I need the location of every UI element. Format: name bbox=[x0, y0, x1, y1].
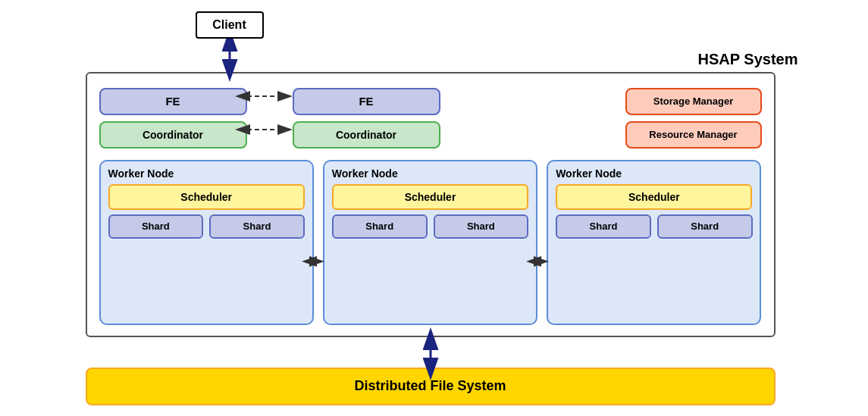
top-section: FE Coordinator FE Coordinator bbox=[99, 84, 762, 152]
storage-manager-box: Storage Manager bbox=[625, 88, 762, 115]
shard-label-1a: Shard bbox=[142, 221, 170, 232]
resource-manager-label: Resource Manager bbox=[649, 129, 737, 140]
shard-box-1a: Shard bbox=[108, 214, 204, 239]
shard-label-2a: Shard bbox=[365, 221, 393, 232]
shard-box-2a: Shard bbox=[332, 214, 428, 239]
client-label: Client bbox=[212, 18, 246, 32]
diagram-container: Client HSAP System FE Coordinator bbox=[55, 11, 813, 405]
scheduler-box-2: Scheduler bbox=[332, 184, 528, 210]
scheduler-label-2: Scheduler bbox=[405, 191, 456, 203]
storage-manager-label: Storage Manager bbox=[653, 95, 733, 107]
worker-node-label-2: Worker Node bbox=[332, 167, 528, 180]
worker-node-3: Worker Node Scheduler Shard Shard bbox=[547, 160, 761, 325]
shard-box-2b: Shard bbox=[434, 214, 529, 239]
shard-box-3a: Shard bbox=[556, 214, 651, 239]
worker-node-1: Worker Node Scheduler Shard Shard bbox=[99, 160, 314, 325]
shard-box-3b: Shard bbox=[657, 214, 753, 239]
shard-label-2b: Shard bbox=[467, 221, 495, 232]
dfs-label: Distributed File System bbox=[354, 378, 506, 394]
scheduler-box-3: Scheduler bbox=[556, 184, 752, 210]
scheduler-box-1: Scheduler bbox=[108, 184, 305, 210]
client-box: Client bbox=[196, 11, 264, 39]
worker-node-2: Worker Node Scheduler Shard Shard bbox=[323, 160, 537, 325]
coordinator-box-center: Coordinator bbox=[293, 121, 440, 149]
worker-node-label-1: Worker Node bbox=[108, 167, 305, 180]
shard-box-1b: Shard bbox=[209, 214, 305, 239]
center-column: FE Coordinator bbox=[293, 88, 440, 149]
dfs-box: Distributed File System bbox=[86, 368, 776, 405]
fe-label-center: FE bbox=[359, 95, 373, 108]
shard-label-1b: Shard bbox=[243, 221, 271, 232]
shard-label-3a: Shard bbox=[590, 221, 618, 232]
left-column: FE Coordinator bbox=[99, 88, 247, 149]
resource-manager-box: Resource Manager bbox=[625, 121, 762, 149]
shards-row-1: Shard Shard bbox=[108, 214, 305, 239]
manager-column: Storage Manager Resource Manager bbox=[625, 88, 762, 149]
main-system-box: FE Coordinator FE Coordinator bbox=[86, 72, 776, 337]
workers-row: Worker Node Scheduler Shard Shard bbox=[99, 160, 762, 325]
worker-node-label-3: Worker Node bbox=[556, 167, 752, 180]
hsap-system-label: HSAP System bbox=[698, 51, 798, 68]
shard-label-3b: Shard bbox=[691, 221, 719, 232]
shards-row-2: Shard Shard bbox=[332, 214, 528, 239]
fe-box-left: FE bbox=[99, 88, 247, 115]
coordinator-label-center: Coordinator bbox=[336, 129, 396, 141]
fe-label-left: FE bbox=[165, 95, 180, 108]
scheduler-label-3: Scheduler bbox=[628, 191, 680, 203]
coordinator-label-left: Coordinator bbox=[143, 129, 203, 141]
scheduler-label-1: Scheduler bbox=[180, 191, 232, 203]
fe-box-center: FE bbox=[293, 88, 440, 115]
shards-row-3: Shard Shard bbox=[556, 214, 752, 239]
coordinator-box-left: Coordinator bbox=[99, 121, 247, 149]
